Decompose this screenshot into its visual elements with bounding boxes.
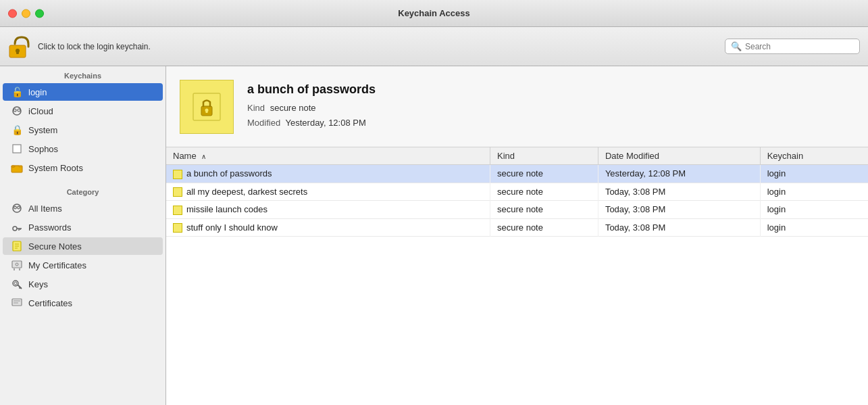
sidebar-label-login: login	[28, 87, 47, 97]
table-row[interactable]: missile launch codessecure noteToday, 3:…	[166, 201, 868, 219]
row-note-icon	[173, 206, 182, 215]
table-container: Name ∧ Kind Date Modified Keychain a bun…	[166, 147, 868, 405]
svg-point-11	[18, 206, 20, 209]
cell-date: Today, 3:08 PM	[598, 218, 760, 237]
svg-point-12	[13, 227, 17, 231]
svg-point-5	[18, 109, 20, 112]
cell-date: Yesterday, 12:08 PM	[598, 165, 760, 183]
sidebar-item-system[interactable]: 🔒 System	[3, 121, 163, 139]
sidebar-item-system-roots[interactable]: System Roots	[3, 159, 163, 176]
all-items-icon	[11, 202, 23, 214]
cell-kind: secure note	[490, 218, 598, 237]
sidebar-item-icloud[interactable]: iCloud	[3, 102, 163, 120]
sidebar-label-icloud: iCloud	[28, 106, 53, 116]
svg-rect-8	[11, 166, 15, 167]
sidebar-item-my-certificates[interactable]: My Certificates	[3, 256, 163, 274]
my-certificates-icon	[11, 259, 23, 271]
search-input[interactable]	[745, 42, 854, 51]
svg-rect-20	[12, 261, 22, 268]
window-title: Keychain Access	[398, 8, 469, 18]
sidebar-label-keys: Keys	[28, 279, 48, 289]
main-content: Keychains 🔓 login iCloud 🔒 System Sophos	[0, 66, 868, 405]
system-roots-icon	[11, 162, 23, 174]
sidebar-label-system: System	[28, 125, 57, 135]
col-header-keychain[interactable]: Keychain	[760, 147, 868, 165]
lock-button[interactable]	[8, 34, 30, 59]
cell-name: missile launch codes	[166, 201, 490, 219]
sidebar-item-certificates[interactable]: Certificates	[3, 294, 163, 312]
window-controls[interactable]	[8, 9, 44, 18]
certificates-icon	[11, 297, 23, 309]
sidebar-label-sophos: Sophos	[28, 144, 58, 154]
row-note-icon	[173, 170, 182, 179]
sidebar-label-certificates: Certificates	[28, 298, 72, 308]
lock-icon	[8, 34, 30, 59]
close-button[interactable]	[8, 9, 17, 18]
svg-point-10	[14, 206, 17, 209]
svg-rect-31	[14, 302, 18, 304]
category-header: Category	[0, 183, 165, 199]
kind-value: secure note	[270, 103, 316, 113]
preview-kind: Kind secure note	[247, 101, 376, 116]
passwords-icon	[11, 221, 23, 233]
system-icon: 🔒	[11, 124, 23, 136]
preview-pane: a bunch of passwords Kind secure note Mo…	[166, 66, 868, 147]
maximize-button[interactable]	[35, 9, 44, 18]
cell-kind: secure note	[490, 165, 598, 183]
sidebar-label-my-certificates: My Certificates	[28, 260, 86, 270]
icloud-icon	[11, 105, 23, 117]
sidebar-item-keys[interactable]: Keys	[3, 275, 163, 293]
content-area: a bunch of passwords Kind secure note Mo…	[166, 66, 868, 405]
sort-arrow-name: ∧	[201, 153, 206, 160]
cell-date: Today, 3:08 PM	[598, 183, 760, 201]
cell-name: a bunch of passwords	[166, 165, 490, 183]
preview-details: a bunch of passwords Kind secure note Mo…	[247, 82, 376, 130]
row-note-icon	[173, 223, 182, 233]
sidebar-label-secure-notes: Secure Notes	[28, 241, 82, 252]
items-table: Name ∧ Kind Date Modified Keychain a bun…	[166, 147, 868, 237]
cell-name: stuff only I should know	[166, 218, 490, 237]
cell-keychain: login	[760, 165, 868, 183]
title-bar: Keychain Access	[0, 0, 868, 27]
sidebar-label-passwords: Passwords	[28, 222, 72, 233]
col-header-kind[interactable]: Kind	[490, 147, 598, 165]
svg-rect-2	[16, 51, 19, 54]
kind-label: Kind	[247, 103, 265, 113]
toolbar-label: Click to lock the login keychain.	[38, 42, 717, 51]
sidebar-label-all-items: All Items	[28, 204, 62, 214]
preview-modified: Modified Yesterday, 12:08 PM	[247, 116, 376, 130]
svg-point-25	[14, 282, 17, 285]
svg-rect-30	[14, 300, 20, 302]
sidebar-item-passwords[interactable]: Passwords	[3, 218, 163, 236]
sidebar-item-secure-notes[interactable]: Secure Notes	[3, 237, 163, 255]
svg-rect-35	[206, 110, 208, 113]
table-row[interactable]: all my deepest, darkest secretssecure no…	[166, 183, 868, 201]
note-preview-icon	[180, 80, 234, 134]
cell-date: Today, 3:08 PM	[598, 201, 760, 219]
row-note-icon	[173, 187, 182, 197]
login-icon: 🔓	[11, 86, 23, 98]
col-header-date[interactable]: Date Modified	[598, 147, 760, 165]
sidebar: Keychains 🔓 login iCloud 🔒 System Sophos	[0, 66, 166, 405]
secure-notes-icon	[11, 240, 23, 252]
cell-kind: secure note	[490, 183, 598, 201]
cell-name: all my deepest, darkest secrets	[166, 183, 490, 201]
sidebar-item-login[interactable]: 🔓 login	[3, 83, 163, 101]
col-header-name[interactable]: Name ∧	[166, 147, 490, 165]
keys-icon	[11, 278, 23, 290]
search-icon: 🔍	[731, 41, 742, 51]
sidebar-item-all-items[interactable]: All Items	[3, 199, 163, 217]
search-box[interactable]: 🔍	[725, 39, 860, 54]
svg-point-4	[14, 109, 16, 112]
cell-keychain: login	[760, 183, 868, 201]
modified-value: Yesterday, 12:08 PM	[286, 118, 366, 128]
cell-keychain: login	[760, 201, 868, 219]
sidebar-label-system-roots: System Roots	[28, 163, 83, 173]
preview-title: a bunch of passwords	[247, 82, 376, 97]
minimize-button[interactable]	[22, 9, 30, 18]
keychains-header: Keychains	[0, 66, 165, 82]
table-row[interactable]: stuff only I should knowsecure noteToday…	[166, 218, 868, 237]
table-row[interactable]: a bunch of passwordssecure noteYesterday…	[166, 165, 868, 183]
cell-keychain: login	[760, 218, 868, 237]
sidebar-item-sophos[interactable]: Sophos	[3, 140, 163, 158]
